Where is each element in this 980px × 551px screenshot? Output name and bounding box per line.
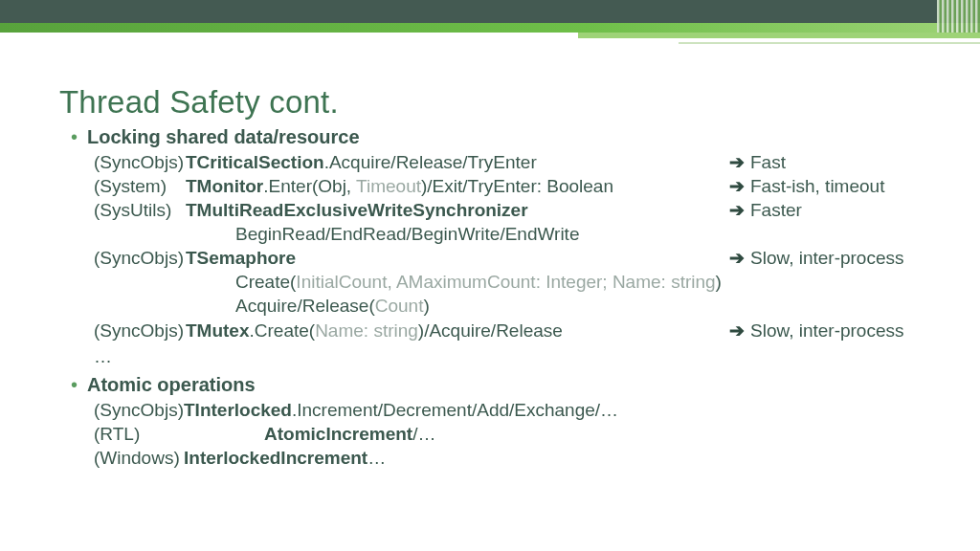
unit-label: (SysUtils) — [94, 198, 186, 222]
bullet-heading: Locking shared data/resource — [87, 126, 360, 148]
atomic-row-1: (SyncObjs) TInterlocked.Increment/Decrem… — [94, 398, 921, 422]
method-text: TCriticalSection.Acquire/Release/TryEnte… — [186, 150, 729, 174]
slide-content: Thread Safety cont. Locking shared data/… — [0, 34, 980, 470]
note: ➔Faster — [729, 198, 921, 222]
method-subtext: BeginRead/EndRead/BeginWrite/EndWrite — [235, 222, 579, 246]
unit-label: (SyncObjs) — [94, 398, 184, 422]
locking-row-4c: Acquire/Release(Count) — [94, 294, 921, 318]
note: ➔Slow, inter-process — [729, 246, 921, 270]
unit-label: (SyncObjs) — [94, 150, 186, 174]
locking-list: (SyncObjs) TCriticalSection.Acquire/Rele… — [94, 150, 921, 370]
bullet-locking: Locking shared data/resource — [59, 126, 921, 148]
method-text: TMultiReadExclusiveWriteSynchronizer — [186, 198, 729, 222]
method-text: TSemaphore — [186, 246, 729, 270]
unit-label: (System) — [94, 174, 186, 198]
atomic-row-3: (Windows) InterlockedIncrement… — [94, 446, 921, 470]
locking-row-1: (SyncObjs) TCriticalSection.Acquire/Rele… — [94, 150, 921, 174]
slide-title: Thread Safety cont. — [59, 84, 921, 121]
slide-top-border — [0, 0, 980, 34]
unit-label: (SyncObjs) — [94, 319, 186, 342]
locking-row-3b: BeginRead/EndRead/BeginWrite/EndWrite — [94, 222, 921, 246]
atomic-row-2: (RTL) AtomicIncrement/… — [94, 422, 921, 446]
method-text: TMutex.Create(Name: string)/Acquire/Rele… — [186, 319, 729, 342]
method-text: TMonitor.Enter(Obj, Timeout)/Exit/TryEnt… — [186, 174, 729, 198]
method-subtext: Create(InitialCount, AMaximumCount: Inte… — [235, 270, 722, 294]
method-text: InterlockedIncrement… — [184, 446, 921, 470]
bullet-atomic: Atomic operations — [59, 374, 921, 396]
locking-row-3: (SysUtils) TMultiReadExclusiveWriteSynch… — [94, 198, 921, 222]
unit-label: (Windows) — [94, 446, 184, 470]
method-text: AtomicIncrement/… — [184, 422, 921, 446]
note: ➔Slow, inter-process — [729, 319, 921, 342]
note: ➔Fast — [729, 150, 921, 174]
note: ➔Fast-ish, timeout — [729, 174, 921, 198]
locking-row-4b: Create(InitialCount, AMaximumCount: Inte… — [94, 270, 921, 294]
locking-row-4: (SyncObjs) TSemaphore ➔Slow, inter-proce… — [94, 246, 921, 270]
unit-label: (SyncObjs) — [94, 246, 186, 270]
unit-label: (RTL) — [94, 422, 184, 446]
locking-row-2: (System) TMonitor.Enter(Obj, Timeout)/Ex… — [94, 174, 921, 198]
locking-row-5: (SyncObjs) TMutex.Create(Name: string)/A… — [94, 319, 921, 342]
method-text: TInterlocked.Increment/Decrement/Add/Exc… — [184, 398, 921, 422]
ellipsis: … — [94, 342, 921, 370]
method-subtext: Acquire/Release(Count) — [235, 294, 430, 318]
bullet-heading: Atomic operations — [87, 374, 256, 396]
atomic-list: (SyncObjs) TInterlocked.Increment/Decrem… — [94, 398, 921, 470]
